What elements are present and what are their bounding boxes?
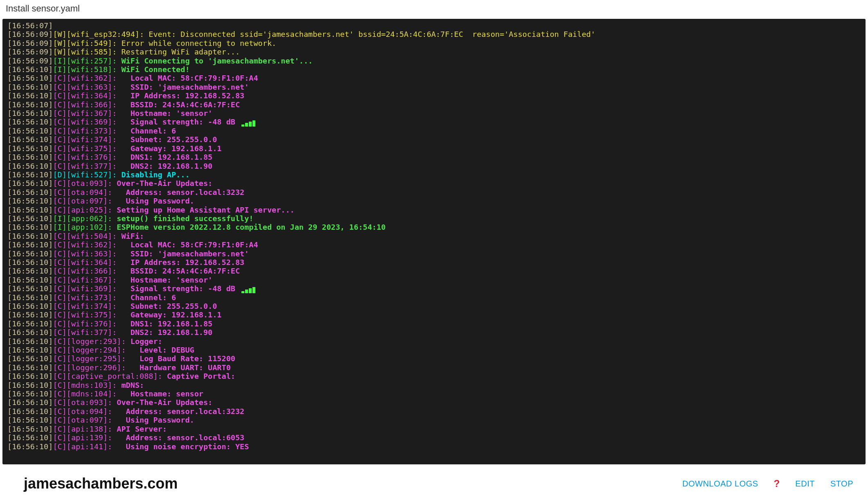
log-timestamp: [16:56:10] (7, 100, 53, 109)
log-timestamp: [16:56:10] (7, 337, 53, 346)
log-message: ESPHome version 2022.12.8 compiled on Ja… (112, 223, 386, 231)
title-text: Install sensor.yaml (6, 3, 80, 14)
log-timestamp: [16:56:10] (7, 372, 53, 380)
log-message: Setting up Home Assistant API server... (112, 206, 295, 214)
help-icon[interactable]: ? (774, 478, 780, 489)
log-level-tag: [C][wifi:375]: (53, 310, 117, 319)
log-line: [16:56:10][C][logger:294]: Level: DEBUG (7, 346, 861, 354)
log-timestamp: [16:56:09] (7, 57, 53, 65)
log-level-tag: [C][ota:093]: (53, 398, 112, 407)
log-line: [16:56:10][C][wifi:377]: DNS2: 192.168.1… (7, 162, 861, 170)
log-message: Captive Portal: (162, 372, 235, 380)
log-line: [16:56:10][C][wifi:362]: Local MAC: 58:C… (7, 74, 861, 82)
log-message: SSID: 'jamesachambers.net' (117, 83, 249, 91)
log-timestamp: [16:56:10] (7, 328, 53, 337)
log-message: DNS1: 192.168.1.85 (117, 319, 212, 328)
log-timestamp: [16:56:10] (7, 153, 53, 161)
log-line: [16:56:10][C][captive_portal:088]: Capti… (7, 372, 861, 380)
log-line: [16:56:10][C][wifi:377]: DNS2: 192.168.1… (7, 328, 861, 337)
log-message: Using Password. (112, 197, 194, 205)
log-level-tag: [C][wifi:363]: (53, 83, 117, 91)
log-line: [16:56:10][C][wifi:369]: Signal strength… (7, 118, 861, 126)
log-message: Signal strength: -48 dB (117, 118, 240, 126)
log-timestamp: [16:56:10] (7, 188, 53, 197)
log-timestamp: [16:56:10] (7, 276, 53, 284)
log-line: [16:56:10][C][wifi:375]: Gateway: 192.16… (7, 310, 861, 319)
dialog-title: Install sensor.yaml (0, 0, 868, 16)
log-level-tag: [I][wifi:518]: (53, 65, 117, 74)
log-terminal[interactable]: [16:56:07][16:56:09][W][wifi_esp32:494]:… (2, 19, 866, 464)
log-message: Gateway: 192.168.1.1 (117, 310, 221, 319)
log-level-tag: [C][wifi:376]: (53, 319, 117, 328)
log-message: Signal strength: -48 dB (117, 284, 240, 293)
log-line: [16:56:10][C][wifi:374]: Subnet: 255.255… (7, 302, 861, 310)
log-timestamp: [16:56:10] (7, 258, 53, 267)
log-message: setup() finished successfully! (112, 214, 253, 223)
log-line: [16:56:09][W][wifi:585]: Restarting WiFi… (7, 48, 861, 56)
log-level-tag: [C][wifi:366]: (53, 100, 117, 109)
stop-button[interactable]: STOP (830, 479, 853, 489)
log-message: BSSID: 24:5A:4C:6A:7F:EC (117, 100, 240, 109)
log-timestamp: [16:56:10] (7, 197, 53, 205)
log-timestamp: [16:56:10] (7, 284, 53, 293)
log-level-tag: [C][logger:295]: (53, 354, 126, 363)
log-message: Gateway: 192.168.1.1 (117, 144, 221, 153)
log-message: Level: DEBUG (126, 346, 194, 354)
log-level-tag: [C][logger:293]: (53, 337, 126, 346)
log-level-tag: [C][api:025]: (53, 206, 112, 214)
log-timestamp: [16:56:10] (7, 398, 53, 407)
log-level-tag: [C][wifi:364]: (53, 258, 117, 267)
log-line: [16:56:10][C][wifi:363]: SSID: 'jamesach… (7, 83, 861, 91)
log-line: [16:56:10][C][logger:295]: Log Baud Rate… (7, 354, 861, 363)
log-line: [16:56:10][C][wifi:366]: BSSID: 24:5A:4C… (7, 100, 861, 109)
log-timestamp: [16:56:10] (7, 214, 53, 223)
log-timestamp: [16:56:10] (7, 127, 53, 135)
log-message: Error while connecting to network. (117, 39, 276, 48)
log-timestamp: [16:56:10] (7, 118, 53, 126)
log-level-tag: [W][wifi:549]: (53, 39, 117, 48)
log-level-tag: [C][ota:093]: (53, 179, 112, 188)
log-level-tag: [C][wifi:366]: (53, 267, 117, 275)
log-level-tag: [C][wifi:374]: (53, 302, 117, 310)
log-message: Local MAC: 58:CF:79:F1:0F:A4 (117, 240, 258, 249)
log-timestamp: [16:56:10] (7, 249, 53, 258)
log-line: [16:56:10][C][mdns:104]: Hostname: senso… (7, 389, 861, 398)
log-timestamp: [16:56:10] (7, 83, 53, 91)
log-line: [16:56:10][C][ota:097]: Using Password. (7, 416, 861, 424)
log-line: [16:56:10][C][logger:293]: Logger: (7, 337, 861, 346)
log-timestamp: [16:56:09] (7, 39, 53, 48)
log-timestamp: [16:56:10] (7, 381, 53, 389)
download-logs-button[interactable]: DOWNLOAD LOGS (682, 479, 758, 489)
log-message: Channel: 6 (117, 293, 176, 302)
log-timestamp: [16:56:10] (7, 109, 53, 118)
log-level-tag: [C][api:138]: (53, 425, 112, 433)
log-timestamp: [16:56:10] (7, 433, 53, 442)
log-timestamp: [16:56:10] (7, 363, 53, 372)
log-message: SSID: 'jamesachambers.net' (117, 249, 249, 258)
log-level-tag: [C][ota:094]: (53, 407, 112, 416)
log-timestamp: [16:56:09] (7, 48, 53, 56)
log-message: WiFi Connecting to 'jamesachambers.net'.… (117, 57, 313, 65)
log-line: [16:56:10][C][wifi:364]: IP Address: 192… (7, 91, 861, 100)
edit-button[interactable]: EDIT (795, 479, 815, 489)
log-timestamp: [16:56:10] (7, 223, 53, 231)
log-level-tag: [D][wifi:527]: (53, 170, 117, 179)
log-timestamp: [16:56:10] (7, 293, 53, 302)
log-message: IP Address: 192.168.52.83 (117, 258, 244, 267)
log-level-tag: [W][wifi_esp32:494]: (53, 30, 144, 38)
log-message: Using Password. (112, 416, 194, 424)
log-line: [16:56:10][C][wifi:363]: SSID: 'jamesach… (7, 249, 861, 258)
log-timestamp: [16:56:10] (7, 144, 53, 153)
signal-strength-icon (241, 284, 256, 293)
log-level-tag: [I][app:102]: (53, 223, 112, 231)
log-line: [16:56:10][C][ota:093]: Over-The-Air Upd… (7, 398, 861, 407)
log-message: DNS1: 192.168.1.85 (117, 153, 212, 161)
log-level-tag: [C][wifi:377]: (53, 328, 117, 337)
log-timestamp: [16:56:10] (7, 135, 53, 144)
log-timestamp: [16:56:10] (7, 206, 53, 214)
log-line: [16:56:10][I][app:062]: setup() finished… (7, 214, 861, 223)
log-message: Hostname: 'sensor' (117, 109, 212, 118)
log-timestamp: [16:56:10] (7, 302, 53, 310)
log-level-tag: [C][wifi:362]: (53, 240, 117, 249)
log-timestamp: [16:56:10] (7, 354, 53, 363)
